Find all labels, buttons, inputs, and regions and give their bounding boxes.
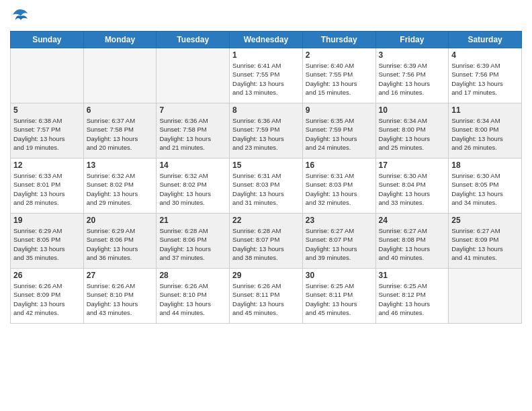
weekday-monday: Monday [83, 32, 157, 48]
day-info: Sunrise: 6:27 AM Sunset: 8:08 PM Dayligh… [379, 226, 446, 262]
day-number: 8 [232, 105, 300, 115]
page: SundayMondayTuesdayWednesdayThursdayFrid… [0, 0, 532, 411]
day-info: Sunrise: 6:32 AM Sunset: 8:02 PM Dayligh… [159, 171, 226, 207]
day-info: Sunrise: 6:32 AM Sunset: 8:02 PM Dayligh… [87, 171, 154, 207]
day-number: 29 [232, 271, 300, 280]
calendar-cell: 3Sunrise: 6:39 AM Sunset: 7:56 PM Daylig… [375, 48, 449, 103]
day-info: Sunrise: 6:41 AM Sunset: 7:55 PM Dayligh… [232, 61, 300, 97]
calendar-cell: 20Sunrise: 6:29 AM Sunset: 8:06 PM Dayli… [83, 214, 157, 269]
calendar-cell: 5Sunrise: 6:38 AM Sunset: 7:57 PM Daylig… [11, 103, 84, 158]
day-info: Sunrise: 6:28 AM Sunset: 8:06 PM Dayligh… [159, 226, 226, 262]
day-number: 21 [159, 216, 226, 225]
day-info: Sunrise: 6:26 AM Sunset: 8:11 PM Dayligh… [232, 281, 300, 317]
day-info: Sunrise: 6:39 AM Sunset: 7:56 PM Dayligh… [451, 61, 519, 97]
day-number: 26 [13, 271, 81, 280]
day-number: 23 [306, 216, 373, 225]
calendar-cell: 11Sunrise: 6:34 AM Sunset: 8:00 PM Dayli… [449, 103, 522, 158]
calendar-cell: 6Sunrise: 6:37 AM Sunset: 7:58 PM Daylig… [83, 103, 157, 158]
day-number: 25 [451, 216, 519, 225]
calendar-cell: 23Sunrise: 6:27 AM Sunset: 8:07 PM Dayli… [302, 214, 375, 269]
day-info: Sunrise: 6:29 AM Sunset: 8:06 PM Dayligh… [87, 226, 154, 262]
day-number: 13 [87, 161, 154, 170]
day-info: Sunrise: 6:29 AM Sunset: 8:05 PM Dayligh… [13, 226, 81, 262]
calendar-cell: 21Sunrise: 6:28 AM Sunset: 8:06 PM Dayli… [157, 214, 230, 269]
calendar-cell [83, 48, 157, 103]
day-info: Sunrise: 6:36 AM Sunset: 7:59 PM Dayligh… [232, 116, 300, 152]
calendar-cell: 31Sunrise: 6:25 AM Sunset: 8:12 PM Dayli… [375, 269, 449, 324]
day-info: Sunrise: 6:25 AM Sunset: 8:12 PM Dayligh… [379, 281, 446, 317]
day-number: 9 [306, 105, 373, 115]
day-info: Sunrise: 6:30 AM Sunset: 8:04 PM Dayligh… [379, 171, 446, 207]
calendar-cell: 7Sunrise: 6:36 AM Sunset: 7:58 PM Daylig… [157, 103, 230, 158]
day-info: Sunrise: 6:39 AM Sunset: 7:56 PM Dayligh… [379, 61, 446, 97]
day-info: Sunrise: 6:28 AM Sunset: 8:07 PM Dayligh… [232, 226, 300, 262]
calendar-cell: 22Sunrise: 6:28 AM Sunset: 8:07 PM Dayli… [230, 214, 303, 269]
calendar-cell [449, 269, 522, 324]
day-number: 28 [159, 271, 226, 280]
calendar: SundayMondayTuesdayWednesdayThursdayFrid… [10, 31, 522, 324]
day-info: Sunrise: 6:34 AM Sunset: 8:00 PM Dayligh… [451, 116, 519, 152]
weekday-tuesday: Tuesday [157, 32, 230, 48]
day-info: Sunrise: 6:37 AM Sunset: 7:58 PM Dayligh… [87, 116, 154, 152]
day-info: Sunrise: 6:26 AM Sunset: 8:09 PM Dayligh… [13, 281, 81, 317]
calendar-cell: 17Sunrise: 6:30 AM Sunset: 8:04 PM Dayli… [375, 158, 449, 214]
day-number: 4 [451, 50, 519, 60]
calendar-cell: 30Sunrise: 6:25 AM Sunset: 8:11 PM Dayli… [302, 269, 375, 324]
calendar-cell: 8Sunrise: 6:36 AM Sunset: 7:59 PM Daylig… [230, 103, 303, 158]
day-info: Sunrise: 6:31 AM Sunset: 8:03 PM Dayligh… [232, 171, 300, 207]
calendar-cell: 15Sunrise: 6:31 AM Sunset: 8:03 PM Dayli… [230, 158, 303, 214]
day-number: 20 [87, 216, 154, 225]
calendar-cell: 13Sunrise: 6:32 AM Sunset: 8:02 PM Dayli… [83, 158, 157, 214]
day-number: 11 [451, 105, 519, 115]
day-info: Sunrise: 6:33 AM Sunset: 8:01 PM Dayligh… [13, 171, 81, 207]
logo [10, 7, 32, 26]
day-info: Sunrise: 6:31 AM Sunset: 8:03 PM Dayligh… [306, 171, 373, 207]
day-number: 27 [87, 271, 154, 280]
calendar-cell: 10Sunrise: 6:34 AM Sunset: 8:00 PM Dayli… [375, 103, 449, 158]
day-info: Sunrise: 6:34 AM Sunset: 8:00 PM Dayligh… [379, 116, 446, 152]
week-row-3: 12Sunrise: 6:33 AM Sunset: 8:01 PM Dayli… [11, 158, 522, 214]
day-number: 12 [13, 161, 81, 170]
weekday-sunday: Sunday [11, 32, 84, 48]
day-number: 18 [451, 161, 519, 170]
calendar-cell: 27Sunrise: 6:26 AM Sunset: 8:10 PM Dayli… [83, 269, 157, 324]
day-info: Sunrise: 6:26 AM Sunset: 8:10 PM Dayligh… [159, 281, 226, 317]
day-info: Sunrise: 6:27 AM Sunset: 8:07 PM Dayligh… [306, 226, 373, 262]
weekday-saturday: Saturday [449, 32, 522, 48]
day-info: Sunrise: 6:35 AM Sunset: 7:59 PM Dayligh… [306, 116, 373, 152]
weekday-wednesday: Wednesday [230, 32, 303, 48]
day-number: 1 [232, 50, 300, 60]
day-number: 2 [306, 50, 373, 60]
week-row-4: 19Sunrise: 6:29 AM Sunset: 8:05 PM Dayli… [11, 214, 522, 269]
day-info: Sunrise: 6:38 AM Sunset: 7:57 PM Dayligh… [13, 116, 81, 152]
calendar-cell: 12Sunrise: 6:33 AM Sunset: 8:01 PM Dayli… [11, 158, 84, 214]
day-number: 3 [379, 50, 446, 60]
day-number: 31 [379, 271, 446, 280]
calendar-cell [11, 48, 84, 103]
calendar-cell [157, 48, 230, 103]
day-number: 7 [159, 105, 226, 115]
day-info: Sunrise: 6:40 AM Sunset: 7:55 PM Dayligh… [306, 61, 373, 97]
day-number: 15 [232, 161, 300, 170]
calendar-cell: 1Sunrise: 6:41 AM Sunset: 7:55 PM Daylig… [230, 48, 303, 103]
calendar-cell: 9Sunrise: 6:35 AM Sunset: 7:59 PM Daylig… [302, 103, 375, 158]
calendar-cell: 25Sunrise: 6:27 AM Sunset: 8:09 PM Dayli… [449, 214, 522, 269]
day-number: 30 [306, 271, 373, 280]
day-info: Sunrise: 6:27 AM Sunset: 8:09 PM Dayligh… [451, 226, 519, 262]
calendar-cell: 2Sunrise: 6:40 AM Sunset: 7:55 PM Daylig… [302, 48, 375, 103]
day-info: Sunrise: 6:36 AM Sunset: 7:58 PM Dayligh… [159, 116, 226, 152]
calendar-cell: 18Sunrise: 6:30 AM Sunset: 8:05 PM Dayli… [449, 158, 522, 214]
calendar-cell: 26Sunrise: 6:26 AM Sunset: 8:09 PM Dayli… [11, 269, 84, 324]
week-row-2: 5Sunrise: 6:38 AM Sunset: 7:57 PM Daylig… [11, 103, 522, 158]
calendar-cell: 16Sunrise: 6:31 AM Sunset: 8:03 PM Dayli… [302, 158, 375, 214]
weekday-header-row: SundayMondayTuesdayWednesdayThursdayFrid… [11, 32, 522, 48]
calendar-cell: 28Sunrise: 6:26 AM Sunset: 8:10 PM Dayli… [157, 269, 230, 324]
week-row-1: 1Sunrise: 6:41 AM Sunset: 7:55 PM Daylig… [11, 48, 522, 103]
header [10, 7, 522, 26]
day-number: 16 [306, 161, 373, 170]
calendar-cell: 19Sunrise: 6:29 AM Sunset: 8:05 PM Dayli… [11, 214, 84, 269]
day-info: Sunrise: 6:26 AM Sunset: 8:10 PM Dayligh… [87, 281, 154, 317]
day-number: 24 [379, 216, 446, 225]
day-number: 22 [232, 216, 300, 225]
day-number: 19 [13, 216, 81, 225]
